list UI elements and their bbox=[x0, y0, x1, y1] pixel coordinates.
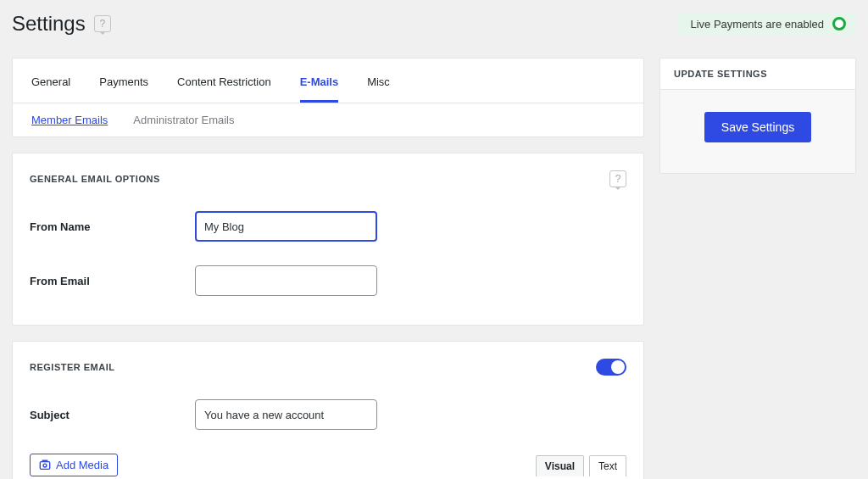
primary-tabs: General Payments Content Restriction E-M… bbox=[13, 58, 643, 103]
from-name-label: From Name bbox=[30, 220, 195, 233]
svg-rect-0 bbox=[40, 461, 49, 469]
status-ring-icon bbox=[832, 17, 846, 31]
help-icon[interactable]: ? bbox=[94, 15, 111, 32]
page-title: Settings bbox=[12, 12, 86, 36]
from-email-input[interactable] bbox=[195, 265, 377, 296]
media-icon bbox=[39, 460, 51, 471]
tab-general[interactable]: General bbox=[31, 69, 70, 103]
subtab-member-emails[interactable]: Member Emails bbox=[31, 114, 108, 126]
add-media-button[interactable]: Add Media bbox=[30, 454, 118, 476]
page-header: Settings ? Live Payments are enabled bbox=[12, 12, 856, 36]
save-settings-button[interactable]: Save Settings bbox=[704, 112, 811, 142]
update-settings-panel: UPDATE SETTINGS Save Settings bbox=[659, 58, 856, 174]
editor-mode-toggle: Visual Text bbox=[536, 455, 626, 476]
svg-point-1 bbox=[43, 464, 47, 467]
help-icon[interactable]: ? bbox=[609, 170, 626, 187]
add-media-label: Add Media bbox=[56, 459, 108, 471]
tab-misc[interactable]: Misc bbox=[367, 69, 390, 103]
secondary-tabs: Member Emails Administrator Emails bbox=[13, 103, 643, 136]
status-text: Live Payments are enabled bbox=[690, 18, 824, 31]
from-name-input[interactable] bbox=[195, 211, 377, 242]
subtab-administrator-emails[interactable]: Administrator Emails bbox=[133, 114, 234, 126]
tab-content-restriction[interactable]: Content Restriction bbox=[177, 69, 271, 103]
register-email-title: REGISTER EMAIL bbox=[30, 362, 115, 372]
tab-payments[interactable]: Payments bbox=[99, 69, 148, 103]
general-email-section: GENERAL EMAIL OPTIONS ? From Name From E… bbox=[12, 153, 644, 326]
settings-tabs-panel: General Payments Content Restriction E-M… bbox=[12, 58, 644, 137]
subject-input[interactable] bbox=[195, 399, 377, 430]
from-email-label: From Email bbox=[30, 275, 195, 287]
tab-emails[interactable]: E-Mails bbox=[300, 69, 339, 103]
register-email-toggle[interactable] bbox=[596, 359, 626, 376]
editor-tab-text[interactable]: Text bbox=[589, 455, 626, 476]
live-payments-status: Live Payments are enabled bbox=[678, 13, 856, 35]
subject-label: Subject bbox=[30, 409, 195, 421]
register-email-section: REGISTER EMAIL Subject bbox=[12, 341, 644, 479]
update-settings-title: UPDATE SETTINGS bbox=[660, 58, 855, 90]
general-email-title: GENERAL EMAIL OPTIONS bbox=[30, 174, 160, 184]
editor-tab-visual[interactable]: Visual bbox=[536, 455, 584, 476]
